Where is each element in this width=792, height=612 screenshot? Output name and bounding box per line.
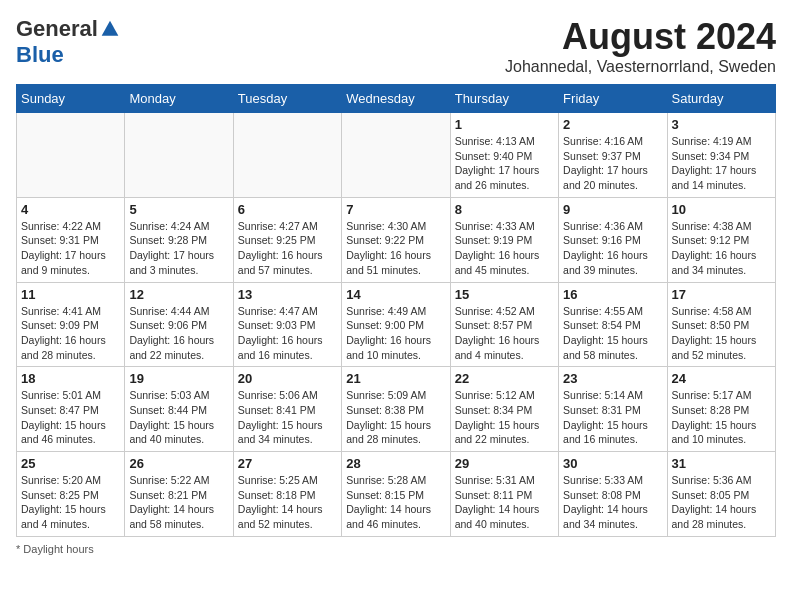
- day-header-wednesday: Wednesday: [342, 85, 450, 113]
- day-info: Sunrise: 4:55 AMSunset: 8:54 PMDaylight:…: [563, 304, 662, 363]
- day-cell: [233, 113, 341, 198]
- day-number: 20: [238, 371, 337, 386]
- day-info: Sunrise: 5:22 AMSunset: 8:21 PMDaylight:…: [129, 473, 228, 532]
- week-row-1: 1Sunrise: 4:13 AMSunset: 9:40 PMDaylight…: [17, 113, 776, 198]
- day-info: Sunrise: 4:41 AMSunset: 9:09 PMDaylight:…: [21, 304, 120, 363]
- day-cell: 16Sunrise: 4:55 AMSunset: 8:54 PMDayligh…: [559, 282, 667, 367]
- logo-general: General: [16, 16, 98, 42]
- week-row-4: 18Sunrise: 5:01 AMSunset: 8:47 PMDayligh…: [17, 367, 776, 452]
- day-cell: 11Sunrise: 4:41 AMSunset: 9:09 PMDayligh…: [17, 282, 125, 367]
- day-info: Sunrise: 5:31 AMSunset: 8:11 PMDaylight:…: [455, 473, 554, 532]
- svg-marker-0: [102, 21, 119, 36]
- day-info: Sunrise: 4:27 AMSunset: 9:25 PMDaylight:…: [238, 219, 337, 278]
- day-cell: 10Sunrise: 4:38 AMSunset: 9:12 PMDayligh…: [667, 197, 775, 282]
- day-cell: 14Sunrise: 4:49 AMSunset: 9:00 PMDayligh…: [342, 282, 450, 367]
- day-number: 24: [672, 371, 771, 386]
- logo-blue: Blue: [16, 42, 64, 68]
- day-header-saturday: Saturday: [667, 85, 775, 113]
- day-info: Sunrise: 4:58 AMSunset: 8:50 PMDaylight:…: [672, 304, 771, 363]
- day-info: Sunrise: 4:38 AMSunset: 9:12 PMDaylight:…: [672, 219, 771, 278]
- day-info: Sunrise: 5:20 AMSunset: 8:25 PMDaylight:…: [21, 473, 120, 532]
- day-info: Sunrise: 4:36 AMSunset: 9:16 PMDaylight:…: [563, 219, 662, 278]
- day-number: 11: [21, 287, 120, 302]
- day-cell: 30Sunrise: 5:33 AMSunset: 8:08 PMDayligh…: [559, 452, 667, 537]
- day-cell: 6Sunrise: 4:27 AMSunset: 9:25 PMDaylight…: [233, 197, 341, 282]
- day-number: 9: [563, 202, 662, 217]
- day-number: 21: [346, 371, 445, 386]
- day-number: 3: [672, 117, 771, 132]
- day-info: Sunrise: 4:19 AMSunset: 9:34 PMDaylight:…: [672, 134, 771, 193]
- day-number: 25: [21, 456, 120, 471]
- day-number: 18: [21, 371, 120, 386]
- day-number: 15: [455, 287, 554, 302]
- day-cell: 8Sunrise: 4:33 AMSunset: 9:19 PMDaylight…: [450, 197, 558, 282]
- day-cell: 13Sunrise: 4:47 AMSunset: 9:03 PMDayligh…: [233, 282, 341, 367]
- day-header-tuesday: Tuesday: [233, 85, 341, 113]
- days-header-row: SundayMondayTuesdayWednesdayThursdayFrid…: [17, 85, 776, 113]
- day-info: Sunrise: 5:33 AMSunset: 8:08 PMDaylight:…: [563, 473, 662, 532]
- day-info: Sunrise: 5:06 AMSunset: 8:41 PMDaylight:…: [238, 388, 337, 447]
- day-number: 26: [129, 456, 228, 471]
- day-number: 13: [238, 287, 337, 302]
- day-header-friday: Friday: [559, 85, 667, 113]
- day-cell: 24Sunrise: 5:17 AMSunset: 8:28 PMDayligh…: [667, 367, 775, 452]
- day-number: 30: [563, 456, 662, 471]
- day-info: Sunrise: 5:25 AMSunset: 8:18 PMDaylight:…: [238, 473, 337, 532]
- day-number: 14: [346, 287, 445, 302]
- day-number: 28: [346, 456, 445, 471]
- footer-note: * Daylight hours: [16, 543, 776, 555]
- day-info: Sunrise: 4:47 AMSunset: 9:03 PMDaylight:…: [238, 304, 337, 363]
- day-cell: [125, 113, 233, 198]
- day-info: Sunrise: 4:52 AMSunset: 8:57 PMDaylight:…: [455, 304, 554, 363]
- day-cell: 17Sunrise: 4:58 AMSunset: 8:50 PMDayligh…: [667, 282, 775, 367]
- day-cell: 26Sunrise: 5:22 AMSunset: 8:21 PMDayligh…: [125, 452, 233, 537]
- day-cell: 23Sunrise: 5:14 AMSunset: 8:31 PMDayligh…: [559, 367, 667, 452]
- day-cell: 7Sunrise: 4:30 AMSunset: 9:22 PMDaylight…: [342, 197, 450, 282]
- day-cell: [342, 113, 450, 198]
- day-cell: 25Sunrise: 5:20 AMSunset: 8:25 PMDayligh…: [17, 452, 125, 537]
- day-number: 19: [129, 371, 228, 386]
- day-info: Sunrise: 5:36 AMSunset: 8:05 PMDaylight:…: [672, 473, 771, 532]
- day-info: Sunrise: 5:17 AMSunset: 8:28 PMDaylight:…: [672, 388, 771, 447]
- day-cell: 5Sunrise: 4:24 AMSunset: 9:28 PMDaylight…: [125, 197, 233, 282]
- day-info: Sunrise: 5:01 AMSunset: 8:47 PMDaylight:…: [21, 388, 120, 447]
- day-info: Sunrise: 5:03 AMSunset: 8:44 PMDaylight:…: [129, 388, 228, 447]
- day-info: Sunrise: 4:44 AMSunset: 9:06 PMDaylight:…: [129, 304, 228, 363]
- day-header-thursday: Thursday: [450, 85, 558, 113]
- day-info: Sunrise: 4:16 AMSunset: 9:37 PMDaylight:…: [563, 134, 662, 193]
- day-info: Sunrise: 5:12 AMSunset: 8:34 PMDaylight:…: [455, 388, 554, 447]
- day-info: Sunrise: 4:24 AMSunset: 9:28 PMDaylight:…: [129, 219, 228, 278]
- day-cell: 9Sunrise: 4:36 AMSunset: 9:16 PMDaylight…: [559, 197, 667, 282]
- day-cell: 19Sunrise: 5:03 AMSunset: 8:44 PMDayligh…: [125, 367, 233, 452]
- week-row-2: 4Sunrise: 4:22 AMSunset: 9:31 PMDaylight…: [17, 197, 776, 282]
- day-info: Sunrise: 4:22 AMSunset: 9:31 PMDaylight:…: [21, 219, 120, 278]
- day-number: 12: [129, 287, 228, 302]
- day-info: Sunrise: 4:49 AMSunset: 9:00 PMDaylight:…: [346, 304, 445, 363]
- day-cell: 27Sunrise: 5:25 AMSunset: 8:18 PMDayligh…: [233, 452, 341, 537]
- day-cell: 12Sunrise: 4:44 AMSunset: 9:06 PMDayligh…: [125, 282, 233, 367]
- title-area: August 2024 Johannedal, Vaesternorrland,…: [505, 16, 776, 76]
- header: General Blue August 2024 Johannedal, Vae…: [16, 16, 776, 76]
- logo-icon: [100, 19, 120, 39]
- day-info: Sunrise: 5:28 AMSunset: 8:15 PMDaylight:…: [346, 473, 445, 532]
- day-number: 2: [563, 117, 662, 132]
- footer-text: Daylight hours: [23, 543, 93, 555]
- day-cell: 18Sunrise: 5:01 AMSunset: 8:47 PMDayligh…: [17, 367, 125, 452]
- day-number: 7: [346, 202, 445, 217]
- day-cell: 2Sunrise: 4:16 AMSunset: 9:37 PMDaylight…: [559, 113, 667, 198]
- day-number: 17: [672, 287, 771, 302]
- week-row-5: 25Sunrise: 5:20 AMSunset: 8:25 PMDayligh…: [17, 452, 776, 537]
- day-info: Sunrise: 4:33 AMSunset: 9:19 PMDaylight:…: [455, 219, 554, 278]
- day-cell: 22Sunrise: 5:12 AMSunset: 8:34 PMDayligh…: [450, 367, 558, 452]
- week-row-3: 11Sunrise: 4:41 AMSunset: 9:09 PMDayligh…: [17, 282, 776, 367]
- day-number: 5: [129, 202, 228, 217]
- day-cell: 21Sunrise: 5:09 AMSunset: 8:38 PMDayligh…: [342, 367, 450, 452]
- day-cell: 1Sunrise: 4:13 AMSunset: 9:40 PMDaylight…: [450, 113, 558, 198]
- day-number: 10: [672, 202, 771, 217]
- day-number: 23: [563, 371, 662, 386]
- day-info: Sunrise: 5:14 AMSunset: 8:31 PMDaylight:…: [563, 388, 662, 447]
- day-cell: 15Sunrise: 4:52 AMSunset: 8:57 PMDayligh…: [450, 282, 558, 367]
- calendar-table: SundayMondayTuesdayWednesdayThursdayFrid…: [16, 84, 776, 537]
- day-number: 16: [563, 287, 662, 302]
- day-header-sunday: Sunday: [17, 85, 125, 113]
